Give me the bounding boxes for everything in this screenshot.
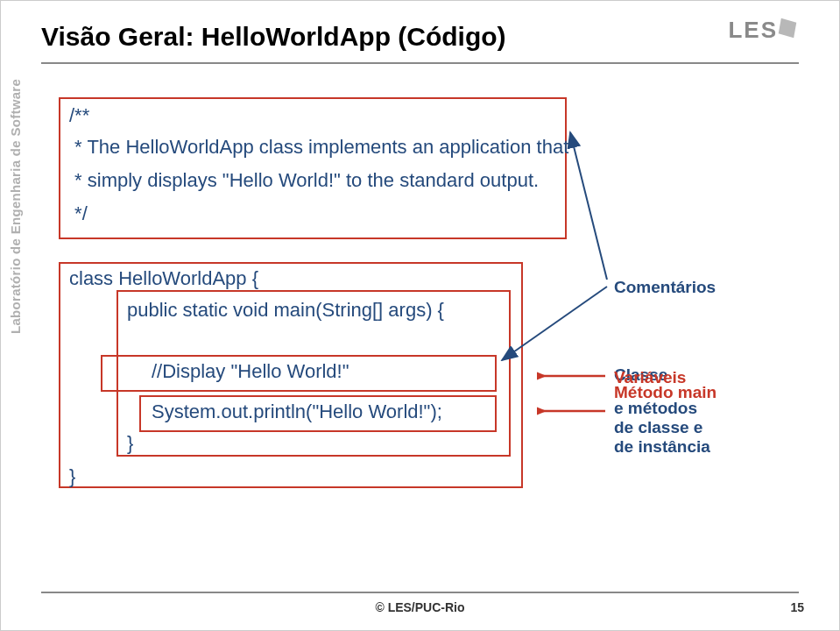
slide: Visão Geral: HelloWorldApp (Código) LES … [0,0,840,631]
arrow-display-icon [537,371,607,381]
svg-line-0 [570,132,607,280]
slide-title: Visão Geral: HelloWorldApp (Código) [41,22,506,52]
code-line-3: * simply displays "Hello World!" to the … [69,169,539,192]
code-line-9: } [127,432,133,455]
annotation-comentarios: Comentários [614,278,716,297]
header-divider [41,62,799,64]
code-line-5: class HelloWorldApp { [69,267,258,290]
annotation-de-instancia: de instância [614,437,710,457]
vertical-label: Laboratório de Engenharia de Software [8,79,23,334]
logo: LES [728,17,795,44]
code-line-10: } [69,465,75,488]
code-line-4: */ [69,202,88,225]
logo-cube-icon [779,18,797,39]
code-line-1: /** [69,104,89,127]
footer-divider [41,592,799,593]
code-line-2: * The HelloWorldApp class implements an … [69,136,568,159]
code-line-7: //Display "Hello World!" [152,360,349,383]
logo-text: LES [728,17,778,43]
code-line-8: System.out.println("Hello World!"); [152,401,442,423]
arrow-println-icon [537,406,607,416]
annotation-e-metodos: e métodos [614,399,697,418]
comment-box [59,97,567,239]
annotation-de-classe: de classe e [614,418,702,437]
page-number: 15 [790,600,804,614]
footer-text: © LES/PUC-Rio [1,600,839,614]
code-line-6: public static void main(String[] args) { [127,299,444,322]
